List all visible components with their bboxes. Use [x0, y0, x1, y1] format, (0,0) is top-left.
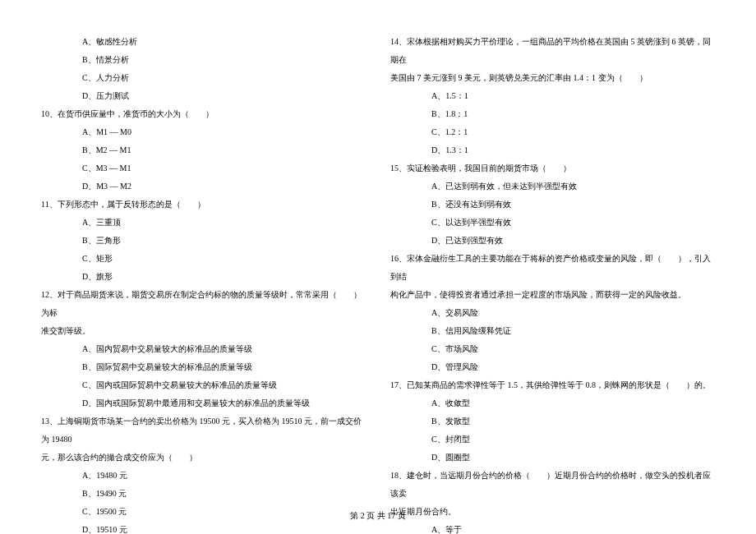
q13-option-b: B、19490 元 [82, 485, 366, 503]
q12-stem-cont: 准交割等级。 [41, 322, 366, 340]
q11-option-a: A、三重顶 [82, 214, 366, 232]
q17-option-a: A、收敛型 [431, 394, 715, 412]
q16-stem: 16、宋体金融衍生工具的主要功能在于将标的资产价格或变量的风险，即（ ），引入到… [390, 250, 715, 286]
q12-option-c: C、国内或国际贸易中交易量较大的标准品的质量等级 [82, 376, 366, 394]
q11-option-b: B、三角形 [82, 232, 366, 250]
q15-option-d: D、已达到强型有效 [431, 232, 715, 250]
q9-option-d: D、压力测试 [82, 87, 366, 105]
q14-stem: 14、宋体根据相对购买力平价理论，一组商品的平均价格在英国由 5 英镑涨到 6 … [390, 33, 715, 69]
left-column: A、敏感性分析 B、情景分析 C、人力分析 D、压力测试 10、在货币供应量中，… [41, 33, 366, 493]
q14-stem-cont: 美国由 7 美元涨到 9 美元，则英镑兑美元的汇率由 1.4：1 变为（ ） [390, 69, 715, 87]
q13-option-d: D、19510 元 [82, 521, 366, 534]
page-content: A、敏感性分析 B、情景分析 C、人力分析 D、压力测试 10、在货币供应量中，… [41, 33, 715, 493]
q10-option-c: C、M3 — M1 [82, 159, 366, 177]
q15-option-c: C、以达到半强型有效 [431, 214, 715, 232]
q16-option-c: C、市场风险 [431, 340, 715, 358]
q13-option-a: A、19480 元 [82, 467, 366, 485]
q17-option-b: B、发散型 [431, 412, 715, 430]
q17-stem: 17、已知某商品的需求弹性等于 1.5，其供给弹性等于 0.8，则蛛网的形状是（… [390, 376, 715, 394]
q14-option-a: A、1.5：1 [431, 87, 715, 105]
q9-option-b: B、情景分析 [82, 51, 366, 69]
q11-option-d: D、旗形 [82, 268, 366, 286]
q12-option-a: A、国内贸易中交易量较大的标准品的质量等级 [82, 340, 366, 358]
page-footer: 第 2 页 共 17 页 [0, 510, 756, 522]
right-column: 14、宋体根据相对购买力平价理论，一组商品的平均价格在英国由 5 英镑涨到 6 … [390, 33, 715, 493]
q16-stem-cont: 构化产品中，使得投资者通过承担一定程度的市场风险，而获得一定的风险收益。 [390, 286, 715, 304]
q10-option-b: B、M2 — M1 [82, 141, 366, 159]
q14-option-d: D、1.3：1 [431, 141, 715, 159]
q18-stem: 18、建仓时，当远期月份合约的价格（ ）近期月份合约的价格时，做空头的投机者应该… [390, 467, 715, 503]
q11-option-c: C、矩形 [82, 250, 366, 268]
q18-option-a: A、等于 [431, 521, 715, 534]
q15-stem: 15、实证检验表明，我国目前的期货市场（ ） [390, 159, 715, 177]
q16-option-b: B、信用风险缓释凭证 [431, 322, 715, 340]
q13-stem: 13、上海铜期货市场某一合约的卖出价格为 19500 元，买入价格为 19510… [41, 412, 366, 449]
q10-stem: 10、在货币供应量中，准货币的大小为（ ） [41, 105, 366, 123]
q14-option-b: B、1.8：1 [431, 105, 715, 123]
q11-stem: 11、下列形态中，属于反转形态的是（ ） [41, 196, 366, 214]
q17-option-d: D、圆圈型 [431, 449, 715, 467]
q16-option-d: D、管理风险 [431, 358, 715, 376]
q10-option-d: D、M3 — M2 [82, 177, 366, 196]
q16-option-a: A、交易风险 [431, 304, 715, 322]
q12-option-d: D、国内或国际贸易中最通用和交易量较大的标准品的质量等级 [82, 394, 366, 412]
q10-option-a: A、M1 — M0 [82, 123, 366, 141]
q17-option-c: C、封闭型 [431, 430, 715, 449]
q9-option-c: C、人力分析 [82, 69, 366, 87]
q12-stem: 12、对于商品期货来说，期货交易所在制定合约标的物的质量等级时，常常采用（ ）为… [41, 286, 366, 322]
q13-stem-cont: 元，那么该合约的撮合成交价应为（ ） [41, 449, 366, 467]
q15-option-b: B、还没有达到弱有效 [431, 196, 715, 214]
q14-option-c: C、1.2：1 [431, 123, 715, 141]
q9-option-a: A、敏感性分析 [82, 33, 366, 51]
q15-option-a: A、已达到弱有效，但未达到半强型有效 [431, 177, 715, 196]
q12-option-b: B、国际贸易中交易量较大的标准品的质量等级 [82, 358, 366, 376]
